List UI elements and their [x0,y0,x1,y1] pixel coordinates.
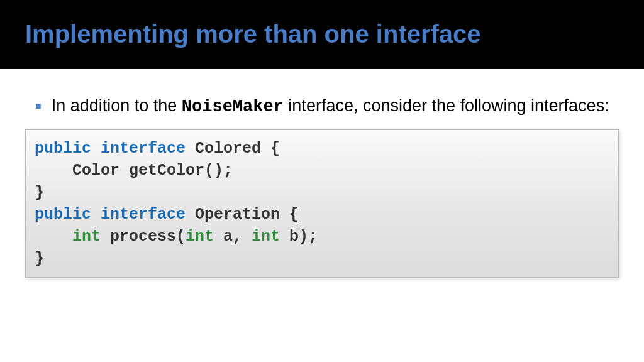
slide-content: ■ In addition to the NoiseMaker interfac… [0,69,644,278]
slide-title: Implementing more than one interface [25,20,481,48]
bullet-marker: ■ [35,101,42,112]
code-line-7: } [35,248,609,270]
code-line-2: Color getColor(); [35,160,609,182]
code-line-6: int process(int a, int b); [35,226,609,248]
code-line-1: public interface Colored { [35,138,609,160]
bullet-post: interface, consider the following interf… [284,96,609,115]
code-line-3: } [35,182,609,204]
code-box: public interface Colored { Color getColo… [25,129,619,278]
bullet-pre: In addition to the [52,96,182,115]
slide-header: Implementing more than one interface [0,0,644,69]
bullet-text: In addition to the NoiseMaker interface,… [52,94,609,118]
bullet-item: ■ In addition to the NoiseMaker interfac… [25,94,619,118]
code-line-5: public interface Operation { [35,204,609,226]
bullet-code-term: NoiseMaker [182,97,284,116]
